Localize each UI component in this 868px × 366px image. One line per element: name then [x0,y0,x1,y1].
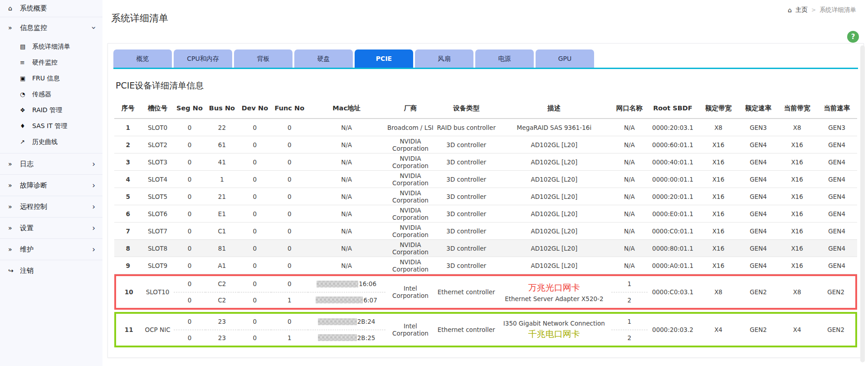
cell-bus: 1 [205,171,238,188]
column-header: 当前带宽 [778,98,817,119]
sidebar-subitem-4[interactable]: ❖RAID 管理 [0,102,102,118]
chevron-down-icon: › [90,26,98,30]
cell-func: 0 [271,153,307,171]
cell-dev: 0 [239,257,271,274]
nic-annotation: 万兆光口网卡 [497,282,611,294]
cell-type: RAID bus controller [435,119,497,136]
cell-desc: MegaRAID SAS 9361-16i [497,119,611,136]
cell-current_width: X16 [778,223,817,240]
sidebar-subitem-label: 硬件监控 [32,59,58,67]
cell-type: 3D controller [435,153,497,171]
cell-slot: SLOT8 [141,240,173,257]
inventory-icon: ▤ [20,43,32,50]
cell-root: 0000:E0:01.1 [648,205,698,223]
cell-bus: 2323 [205,312,238,347]
table-row: 3SLOT304100N/ANVIDIA Corporation3D contr… [114,153,857,171]
sidebar-item-3[interactable]: »故障诊断› [0,175,102,195]
sidebar-item-0[interactable]: ⌂系统概要 [0,0,102,16]
cell-port-line: 2 [611,292,648,308]
cell-slot: SLOT10 [141,274,173,310]
tab-5[interactable]: 风扇 [415,49,473,68]
sidebar: ⌂系统概要»信息监控›▤系统详细清单≡硬件监控▣FRU 信息◔传感器❖RAID … [0,0,102,366]
cell-desc: AD102GL [L20] [497,205,611,223]
cell-func: 0 [271,240,307,257]
mac-redacted-block [318,334,357,341]
raid-tags-icon: ❖ [20,107,32,114]
sidebar-subitem-6[interactable]: ↗历史曲线 [0,134,102,150]
cell-current_width: X16 [778,171,817,188]
cell-func: 01 [271,274,307,310]
cell-vendor: NVIDIA Corporation [385,153,436,171]
cell-mac: N/A [308,153,385,171]
sidebar-subitem-3[interactable]: ◔传感器 [0,86,102,102]
cell-func: 0 [271,171,307,188]
cell-port: N/A [611,119,648,136]
table-row: 6SLOT60E100N/ANVIDIA Corporation3D contr… [114,205,857,223]
sidebar-item-6[interactable]: »维护› [0,239,102,259]
cell-type: 3D controller [435,171,497,188]
cell-rated_speed: GEN4 [739,240,778,257]
sidebar-item-4[interactable]: »远程控制› [0,197,102,217]
cell-vendor: Intel Corporation [385,312,436,347]
home-icon: ⌂ [8,5,20,12]
cell-root: 0000:A0:01.1 [648,257,698,274]
tab-1[interactable]: CPU和内存 [174,49,232,68]
cell-mac-line: 16:06 [308,276,385,292]
sidebar-divider [0,153,102,153]
tab-3[interactable]: 硬盘 [294,49,353,68]
cell-current_width: X8 [778,119,817,136]
chevron-right-icon: › [92,246,95,253]
angle-double-right-icon: » [8,160,20,168]
cell-current_width: X8 [778,274,817,310]
breadcrumb-current: 系统详细清单 [819,6,856,14]
sidebar-item-label: 注销 [20,267,95,275]
sidebar-divider [0,238,102,239]
sidebar-divider [0,217,102,218]
column-header: Seg No [174,98,205,119]
cell-bus: 22 [205,119,238,136]
cell-no: 8 [114,240,141,257]
column-header: 描述 [497,98,611,119]
help-button[interactable]: ? [847,31,859,43]
pcie-table: 序号槽位号Seg NoBus NoDev NoFunc NoMac地址厂商设备类… [114,98,857,347]
sidebar-subitem-label: FRU 信息 [32,74,59,83]
sidebar-subitem-1[interactable]: ≡硬件监控 [0,54,102,70]
cell-rated_speed: GEN4 [739,171,778,188]
cell-rated_width: X16 [698,136,739,153]
hardware-monitor-icon: ≡ [20,59,32,66]
main-content: 系统详细清单 ⌂ 主页 > 系统详细清单 ? 概览CPU和内存背板硬盘PCIE风… [102,0,868,366]
sidebar-subitem-2[interactable]: ▣FRU 信息 [0,70,102,86]
nic-description: I350 Gigabit Network Connection [497,320,611,327]
sidebar-item-7[interactable]: ↪注销 [0,261,102,281]
cell-port: N/A [611,171,648,188]
sidebar-item-5[interactable]: »设置› [0,218,102,238]
cell-rated_width: X16 [698,171,739,188]
breadcrumb-home-link[interactable]: 主页 [795,6,808,14]
cell-root: 0000:20:01.1 [648,188,698,205]
cell-dev-line: 0 [239,276,271,292]
breadcrumb: ⌂ 主页 > 系统详细清单 [788,6,856,14]
sidebar-subitem-5[interactable]: ♦SAS IT 管理 [0,118,102,134]
cell-port: N/A [611,136,648,153]
tab-2[interactable]: 背板 [234,49,293,68]
sidebar-item-2[interactable]: »日志› [0,154,102,174]
cell-desc: AD102GL [L20] [497,188,611,205]
cell-current_speed: GEN2 [816,312,857,347]
tab-7[interactable]: GPU [536,49,594,68]
cell-seg: 0 [174,171,205,188]
cell-port: N/A [611,240,648,257]
cell-seg-line: 0 [174,330,205,346]
cell-type: 3D controller [435,223,497,240]
scrollbar[interactable] [860,45,865,362]
tab-0[interactable]: 概览 [113,49,172,68]
cell-mac: 16:066:07 [308,274,385,310]
cell-func-line: 0 [271,314,307,330]
tab-6[interactable]: 电源 [475,49,534,68]
sidebar-subitem-0[interactable]: ▤系统详细清单 [0,39,102,54]
sidebar-subitem-label: RAID 管理 [32,106,62,114]
sidebar-item-1[interactable]: »信息监控› [0,18,102,38]
cell-dev: 0 [239,153,271,171]
table-row: 7SLOT70C100N/ANVIDIA Corporation3D contr… [114,223,857,240]
cell-mac: N/A [308,257,385,274]
tab-4[interactable]: PCIE [355,49,413,68]
